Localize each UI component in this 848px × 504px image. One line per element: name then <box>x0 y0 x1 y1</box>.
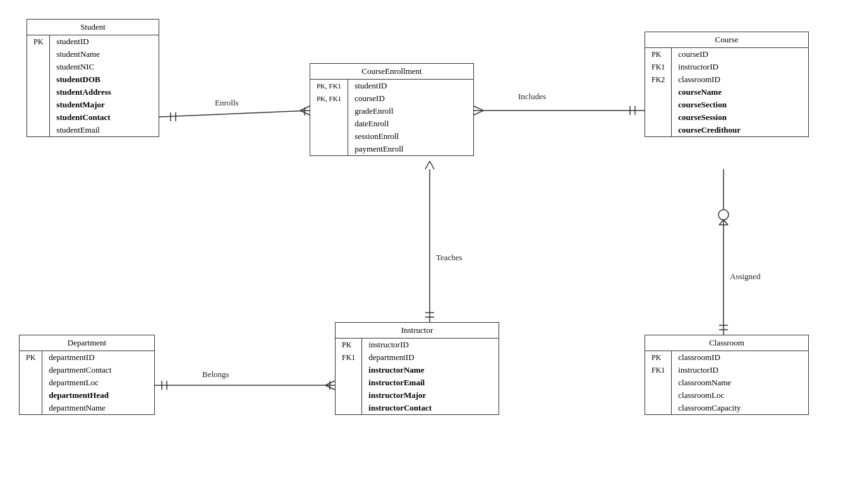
instructor-fields-col: instructorID departmentID instructorName… <box>362 339 438 414</box>
ce-field-4: dateEnroll <box>352 117 406 130</box>
course-entity: Course PK FK1 FK2 courseID instructorID … <box>645 32 809 137</box>
classroom-fields-col: classroomID instructorID classroomName c… <box>672 351 747 414</box>
student-pk-3 <box>31 61 45 73</box>
inst-pk-1: PK <box>339 339 358 351</box>
classroom-pk-col: PK FK1 <box>645 351 672 414</box>
svg-point-19 <box>718 210 729 220</box>
student-body: PK studentID studentName studentNIC stud… <box>27 35 159 136</box>
ce-pk-5 <box>314 130 344 143</box>
course-enrollment-pk-col: PK, FK1 PK, FK1 <box>310 80 348 155</box>
inst-pk-2: FK1 <box>339 351 358 364</box>
ce-pk-4 <box>314 117 344 130</box>
dept-field-3: departmentLoc <box>46 376 114 389</box>
student-field-3: studentNIC <box>54 61 113 73</box>
cls-pk-2: FK1 <box>649 364 667 376</box>
course-pk-2: FK1 <box>649 61 667 73</box>
ce-field-5: sessionEnroll <box>352 130 406 143</box>
instructor-body: PK FK1 instructorID departmentID instruc… <box>336 339 499 414</box>
student-pk-1: PK <box>31 35 45 48</box>
course-enrollment-fields-col: studentID courseID gradeEnroll dateEnrol… <box>348 80 409 155</box>
dept-field-2: departmentContact <box>46 364 114 376</box>
svg-line-22 <box>724 220 728 225</box>
course-enrollment-entity: CourseEnrollment PK, FK1 PK, FK1 student… <box>310 63 474 156</box>
course-field-4: courseName <box>675 86 743 99</box>
teaches-label: Teaches <box>436 253 463 263</box>
cls-pk-3 <box>649 376 667 389</box>
svg-line-26 <box>325 381 335 385</box>
course-field-5: courseSection <box>675 99 743 111</box>
course-field-3: classroomID <box>675 73 743 86</box>
assigned-label: Assigned <box>730 272 760 282</box>
student-field-6: studentMajor <box>54 99 113 111</box>
course-pk-col: PK FK1 FK2 <box>645 48 672 136</box>
course-pk-3: FK2 <box>649 73 667 86</box>
svg-line-8 <box>474 111 483 115</box>
dept-field-1: departmentID <box>46 351 114 364</box>
ce-pk-2: PK, FK1 <box>314 92 344 105</box>
course-fields-col: courseID instructorID classroomID course… <box>672 48 747 136</box>
student-pk-4 <box>31 73 45 86</box>
svg-line-14 <box>425 161 430 169</box>
cls-field-2: instructorID <box>675 364 743 376</box>
student-field-1: studentID <box>54 35 113 48</box>
department-entity: Department PK departmentID departmentCon… <box>19 335 155 415</box>
department-title: Department <box>20 335 154 351</box>
course-body: PK FK1 FK2 courseID instructorID classro… <box>645 48 808 136</box>
student-field-8: studentEmail <box>54 124 113 136</box>
inst-field-5: instructorMajor <box>366 389 434 402</box>
student-pk-7 <box>31 111 45 124</box>
dept-pk-5 <box>23 402 38 414</box>
belongs-label: Belongs <box>202 369 229 380</box>
course-enrollment-body: PK, FK1 PK, FK1 studentID courseID grade… <box>310 80 473 155</box>
ce-field-3: gradeEnroll <box>352 105 406 117</box>
course-field-1: courseID <box>675 48 743 61</box>
cls-field-4: classroomLoc <box>675 389 743 402</box>
dept-field-5: departmentName <box>46 402 114 414</box>
course-pk-6 <box>649 111 667 124</box>
dept-pk-2 <box>23 364 38 376</box>
course-pk-5 <box>649 99 667 111</box>
student-pk-5 <box>31 86 45 99</box>
cls-pk-5 <box>649 402 667 414</box>
student-entity: Student PK studentID studentName student… <box>27 19 159 137</box>
svg-line-7 <box>474 106 483 111</box>
instructor-entity: Instructor PK FK1 instructorID departmen… <box>335 322 499 415</box>
instructor-pk-col: PK FK1 <box>336 339 362 414</box>
instructor-title: Instructor <box>336 323 499 339</box>
dept-pk-1: PK <box>23 351 38 364</box>
dept-pk-4 <box>23 389 38 402</box>
enrolls-label: Enrolls <box>215 98 239 108</box>
classroom-body: PK FK1 classroomID instructorID classroo… <box>645 351 808 414</box>
erd-diagram: Enrolls Includes Teaches Belongs Assigne… <box>0 0 848 504</box>
inst-pk-4 <box>339 376 358 389</box>
ce-pk-1: PK, FK1 <box>314 80 344 92</box>
ce-pk-6 <box>314 143 344 155</box>
student-pk-2 <box>31 48 45 61</box>
student-field-5: studentAddress <box>54 86 113 99</box>
ce-field-6: paymentEnroll <box>352 143 406 155</box>
svg-line-21 <box>719 220 724 225</box>
course-pk-1: PK <box>649 48 667 61</box>
dept-pk-3 <box>23 376 38 389</box>
student-fields-col: studentID studentName studentNIC student… <box>50 35 117 136</box>
inst-pk-5 <box>339 389 358 402</box>
inst-field-2: departmentID <box>366 351 434 364</box>
inst-field-6: instructorContact <box>366 402 434 414</box>
dept-field-4: departmentHead <box>46 389 114 402</box>
course-field-7: courseCredithour <box>675 124 743 136</box>
course-pk-7 <box>649 124 667 136</box>
cls-field-5: classroomCapacity <box>675 402 743 414</box>
student-pk-6 <box>31 99 45 111</box>
inst-pk-6 <box>339 402 358 414</box>
svg-line-0 <box>159 111 310 117</box>
classroom-entity: Classroom PK FK1 classroomID instructorI… <box>645 335 809 415</box>
svg-line-15 <box>430 161 434 169</box>
course-enrollment-title: CourseEnrollment <box>310 64 473 80</box>
student-pk-col: PK <box>27 35 50 136</box>
svg-line-27 <box>325 385 335 390</box>
student-title: Student <box>27 20 159 35</box>
course-field-6: courseSession <box>675 111 743 124</box>
inst-field-4: instructorEmail <box>366 376 434 389</box>
department-body: PK departmentID departmentContact depart… <box>20 351 154 414</box>
course-title: Course <box>645 32 808 48</box>
